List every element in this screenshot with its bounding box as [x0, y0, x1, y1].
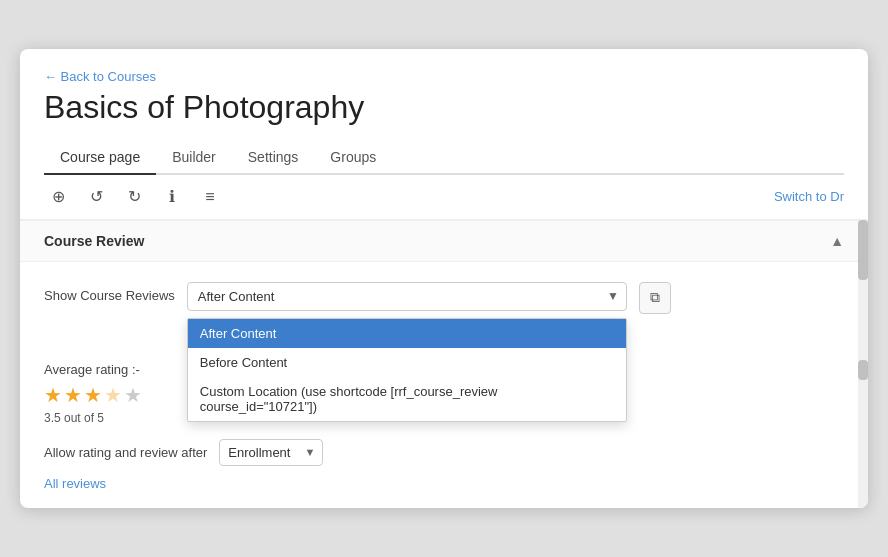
section-title: Course Review — [44, 233, 144, 249]
show-reviews-label: Show Course Reviews — [44, 282, 175, 303]
info-icon[interactable]: ℹ — [158, 183, 186, 211]
switch-to-dr-button[interactable]: Switch to Dr — [774, 189, 844, 204]
main-window: ← Back to Courses Basics of Photography … — [20, 49, 868, 507]
header-area: ← Back to Courses Basics of Photography … — [20, 49, 868, 174]
allow-rating-select[interactable]: Enrollment Completion — [219, 439, 323, 466]
tab-groups[interactable]: Groups — [314, 141, 392, 175]
show-course-reviews-row: Show Course Reviews After Content Before… — [44, 282, 844, 314]
star-5: ★ — [124, 383, 142, 407]
star-4: ★ — [104, 383, 122, 407]
show-reviews-select[interactable]: After Content Before Content Custom Loca… — [187, 282, 627, 311]
tab-builder[interactable]: Builder — [156, 141, 232, 175]
undo-icon[interactable]: ↺ — [82, 183, 110, 211]
scroll-thumb[interactable] — [858, 220, 868, 280]
star-2: ★ — [64, 383, 82, 407]
star-1: ★ — [44, 383, 62, 407]
dropdown-item-before-content[interactable]: Before Content — [188, 348, 626, 377]
section-collapse-button[interactable]: ▲ — [830, 233, 844, 249]
star-3: ★ — [84, 383, 102, 407]
copy-button[interactable]: ⧉ — [639, 282, 671, 314]
scroll-thumb-2[interactable] — [858, 360, 868, 380]
add-icon[interactable]: ⊕ — [44, 183, 72, 211]
tab-settings[interactable]: Settings — [232, 141, 315, 175]
dropdown-item-after-content[interactable]: After Content — [188, 319, 626, 348]
dropdown-item-custom-location[interactable]: Custom Location (use shortcode [rrf_cour… — [188, 377, 626, 421]
toolbar: ⊕ ↺ ↻ ℹ ≡ Switch to Dr — [20, 175, 868, 220]
back-to-courses-link[interactable]: ← Back to Courses — [44, 69, 156, 84]
section-body: Show Course Reviews After Content Before… — [20, 262, 868, 350]
section-header: Course Review ▲ — [20, 220, 868, 262]
allow-rating-label: Allow rating and review after — [44, 445, 207, 460]
list-icon[interactable]: ≡ — [196, 183, 224, 211]
show-reviews-select-wrapper: After Content Before Content Custom Loca… — [187, 282, 627, 311]
scroll-track[interactable] — [858, 220, 868, 508]
allow-rating-row: Allow rating and review after Enrollment… — [44, 439, 844, 466]
tabs-bar: Course page Builder Settings Groups — [44, 141, 844, 175]
tab-course-page[interactable]: Course page — [44, 141, 156, 175]
all-reviews-link[interactable]: All reviews — [44, 476, 106, 491]
content-area: Course Review ▲ Show Course Reviews Afte… — [20, 220, 868, 508]
page-title: Basics of Photography — [44, 88, 844, 126]
copy-icon: ⧉ — [650, 289, 660, 306]
redo-icon[interactable]: ↻ — [120, 183, 148, 211]
dropdown-menu: After Content Before Content Custom Loca… — [187, 318, 627, 422]
